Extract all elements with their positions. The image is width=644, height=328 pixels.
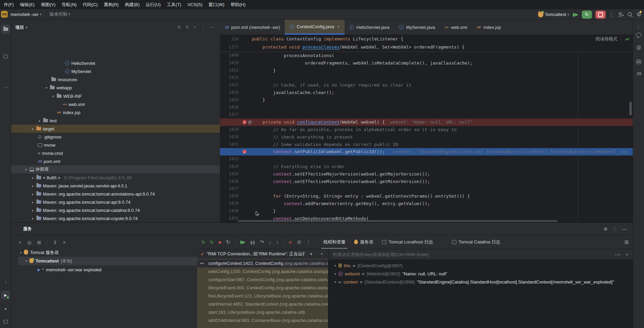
line-number[interactable]: 1414 bbox=[220, 89, 239, 96]
run-toolwindow-icon[interactable]: ▾ bbox=[1, 304, 10, 313]
line-number[interactable]: 1416 bbox=[220, 104, 239, 111]
line-number[interactable]: 1420 bbox=[220, 133, 239, 141]
line-number[interactable]: 1423 bbox=[220, 156, 239, 163]
reader-mode-widget[interactable]: 阅读器模式 ✔✔ bbox=[595, 36, 629, 42]
tree-item-resources[interactable]: resources bbox=[11, 75, 220, 84]
menu-run[interactable]: 运行(U) bbox=[143, 0, 164, 9]
code-line[interactable]: 1416 bbox=[220, 104, 633, 111]
tree-item-web-inf[interactable]: ▾WEB-INF bbox=[11, 92, 220, 100]
menu-tools[interactable]: 工具(T) bbox=[164, 0, 185, 9]
code-line[interactable]: 1426 context.setEffectiveMinorVersion(we… bbox=[220, 178, 633, 185]
menu-refactor[interactable]: 重构(R) bbox=[101, 0, 122, 9]
step-over-icon[interactable]: ↷ bbox=[260, 239, 264, 245]
rerun-debug-button[interactable]: ↻ bbox=[582, 11, 592, 19]
line-number[interactable]: 1429 bbox=[220, 200, 239, 207]
refresh-icon[interactable]: ↻ bbox=[226, 239, 230, 245]
step-out-icon[interactable]: ↑ bbox=[276, 239, 279, 245]
stop-button[interactable] bbox=[595, 11, 606, 19]
thread-selector[interactable]: ✔ "RMI TCP Connection...组"RMI Runtime": … bbox=[197, 249, 328, 259]
tab-web-xml[interactable]: </>web.xml bbox=[440, 20, 472, 35]
chevron-right-icon[interactable]: ▸ bbox=[31, 184, 35, 188]
code-line[interactable]: 1420 // check everything is present bbox=[220, 133, 633, 141]
tree-item-mvnw-cmd[interactable]: ≡mvnw.cmd bbox=[11, 149, 220, 157]
editor-horizontal-scrollbar[interactable] bbox=[238, 220, 557, 222]
breakpoint-icon[interactable] bbox=[243, 150, 246, 153]
code-line[interactable]: 1428 for (Entry<String, String> entry : … bbox=[220, 193, 633, 200]
chevron-down-icon[interactable]: ▾ bbox=[20, 251, 22, 254]
options-kebab-icon[interactable]: ⋮ bbox=[612, 226, 617, 232]
menu-navigate[interactable]: 导航(N) bbox=[58, 0, 80, 9]
menu-vcs[interactable]: VCS(S) bbox=[184, 0, 205, 9]
maven-toolwindow-icon[interactable]: m bbox=[634, 69, 643, 78]
code-line[interactable]: 1429 context.addParameter(entry.getKey()… bbox=[220, 200, 633, 207]
chevron-right-icon[interactable]: ▸ bbox=[335, 272, 336, 275]
code-line[interactable]: 1423 bbox=[220, 156, 633, 163]
tree-item-jdk[interactable]: ▸< 8u65 >D:\Program Files\Java\jdk1.8.0_… bbox=[11, 174, 220, 182]
code-line[interactable]: 1412 bbox=[220, 74, 633, 81]
stack-frame[interactable]: fireLifecycleEvent:123, LifecycleBase (o… bbox=[197, 292, 328, 300]
tree-item-test[interactable]: ▸test bbox=[11, 116, 220, 125]
service-deployment[interactable]: ◆ * memshell--ser:war exploded bbox=[37, 266, 102, 274]
locate-file-icon[interactable]: ⊕ bbox=[177, 24, 181, 30]
chevron-right-icon[interactable]: ▸ bbox=[31, 192, 35, 196]
view-options-eye-icon[interactable]: ◎ bbox=[27, 240, 31, 245]
reader-mode-label[interactable]: 阅读器模式 bbox=[595, 36, 617, 42]
terminal-toolwindow-icon[interactable]: › bbox=[1, 317, 10, 326]
line-number[interactable]: 1413 bbox=[220, 81, 239, 89]
tab-threads-variables[interactable]: 线程和变量 bbox=[321, 235, 347, 249]
editor-vertical-scrollbar[interactable] bbox=[629, 102, 632, 115]
line-number[interactable]: 1426 bbox=[220, 178, 239, 185]
tree-item-lib-coyote[interactable]: ▸Maven: org.apache.tomcat:tomcat-coyote:… bbox=[11, 214, 220, 222]
tab-myservlet-java[interactable]: CMyServlet.java bbox=[394, 20, 440, 35]
tab-tomcat-catalina-log[interactable]: ›Tomcat Catalina 日志 bbox=[450, 235, 502, 249]
stack-frame[interactable]: configureStart:987, ContextConfig (org.a… bbox=[197, 276, 328, 284]
mute-breakpoints-icon[interactable]: ⊘ bbox=[297, 239, 301, 245]
chevron-right-icon[interactable]: ▸ bbox=[335, 264, 336, 267]
chevron-down-icon[interactable]: ▾ bbox=[24, 168, 28, 171]
tree-item-web-xml[interactable]: </>web.xml bbox=[11, 100, 220, 108]
menu-file[interactable]: 件(F) bbox=[1, 0, 17, 9]
tree-item-lib-tomcat-api[interactable]: ▸Maven: org.apache.tomcat:tomcat-api:9.0… bbox=[11, 198, 220, 206]
add-watch-icon[interactable]: +∞ bbox=[615, 252, 621, 257]
chevron-right-icon[interactable]: ▸ bbox=[31, 217, 35, 220]
locate-icon[interactable]: ⊕ bbox=[604, 226, 608, 232]
sticky-line-124[interactable]: 124public class ContextConfig implements… bbox=[220, 35, 633, 43]
ai-assistant-icon[interactable]: @ bbox=[634, 43, 643, 52]
stack-frame[interactable]: startInternal:4852, StandardContext (org… bbox=[197, 300, 328, 308]
code-line[interactable]: 1430 } bbox=[220, 207, 633, 215]
tree-item-external-libraries[interactable]: ▾外部库 bbox=[11, 165, 220, 174]
tab-contextconfig-java[interactable]: CContextConfig.java× bbox=[285, 20, 344, 35]
more-toolwindows-icon[interactable]: ⋯ bbox=[1, 83, 10, 92]
code-line[interactable]: 1410 orderedFragments, webXml.isMetadata… bbox=[220, 59, 633, 67]
line-number[interactable]: 1421 bbox=[220, 141, 239, 148]
menu-build[interactable]: 构建(B) bbox=[122, 0, 142, 9]
expand-icon[interactable]: ⇅ bbox=[186, 24, 189, 30]
tree-item-helloservlet[interactable]: CHelloServlet bbox=[11, 59, 220, 67]
line-number[interactable]: 1412 bbox=[220, 74, 239, 81]
line-number[interactable]: 1430 bbox=[220, 207, 239, 215]
expand-all-icon[interactable]: ⇕ bbox=[53, 240, 57, 245]
tab-helloservlet-java[interactable]: CHelloServlet.java bbox=[345, 20, 395, 35]
chevron-down-icon[interactable]: ▾ bbox=[45, 86, 48, 90]
project-toolwindow-icon[interactable] bbox=[1, 24, 10, 34]
code-line[interactable]: 1419 // As far as possible, process in a… bbox=[220, 126, 633, 133]
line-number[interactable]: 1419 bbox=[220, 126, 239, 133]
code-area[interactable]: 1409 processAnnotations( 1410 orderedFra… bbox=[220, 52, 633, 222]
stack-frame[interactable]: webConfig:1330, ContextConfig (org.apach… bbox=[197, 268, 328, 276]
inspections-ok-icon[interactable]: ✔✔ bbox=[625, 37, 629, 42]
collapse-all-icon[interactable]: × bbox=[63, 240, 66, 245]
tab-pom-xml[interactable]: mpom.xml (memshell--ser) bbox=[220, 20, 285, 35]
line-number[interactable]: 1428 bbox=[220, 193, 239, 200]
hide-panel-icon[interactable]: — bbox=[622, 226, 627, 232]
tree-item-lib-servlet-api[interactable]: ▸Maven: javax.servlet:javax.servlet-api:… bbox=[11, 182, 220, 190]
stack-frame[interactable]: start:183, LifecycleBase (org.apache.cat… bbox=[197, 308, 328, 316]
sticky-line-1377[interactable]: 1377 protected void processClasses(WebXm… bbox=[220, 43, 633, 51]
menu-help[interactable]: 帮助(H) bbox=[227, 0, 248, 9]
code-line[interactable]: 1424 // Everything else in order bbox=[220, 163, 633, 170]
rerun-icon[interactable]: ↻ bbox=[202, 240, 205, 245]
chevron-right-icon[interactable]: ▸ bbox=[31, 200, 35, 204]
resume-icon[interactable]: ▮▶ bbox=[240, 240, 245, 244]
git-toolwindow-icon[interactable]: ↑ bbox=[1, 278, 10, 287]
code-line[interactable]: 1415 } bbox=[220, 96, 633, 104]
code-line[interactable]: 1427 bbox=[220, 185, 633, 193]
